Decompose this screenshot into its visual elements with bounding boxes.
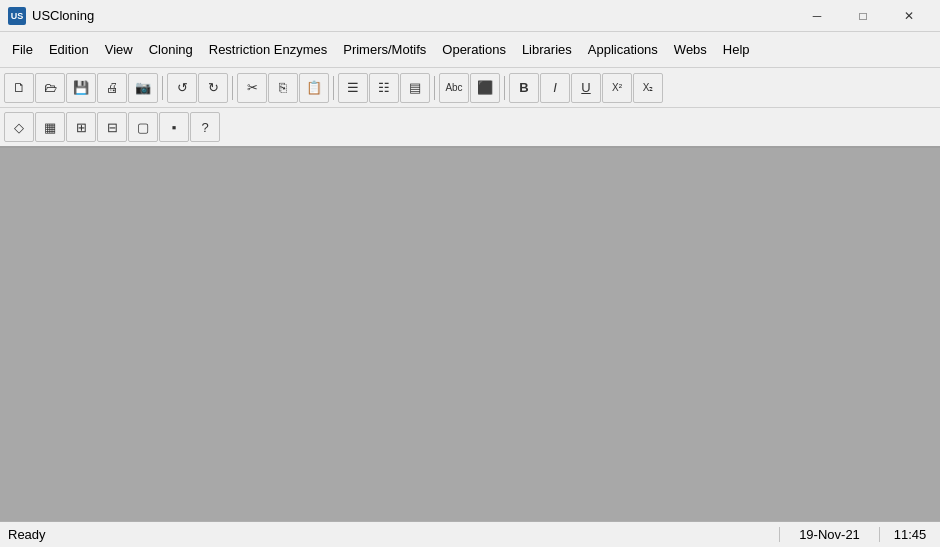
redo-button[interactable]: ↻ [198, 73, 228, 103]
superscript-button[interactable]: X² [602, 73, 632, 103]
cut-button[interactable]: ✂ [237, 73, 267, 103]
menu-item-restriction-enzymes[interactable]: Restriction Enzymes [201, 38, 335, 61]
screenshot-button[interactable]: 📷 [128, 73, 158, 103]
copy-button[interactable]: ⎘ [268, 73, 298, 103]
maximize-button[interactable]: □ [840, 0, 886, 32]
menu-item-file[interactable]: File [4, 38, 41, 61]
tool-page-button[interactable]: ▢ [128, 112, 158, 142]
shape-button[interactable]: ⬛ [470, 73, 500, 103]
text-abc-button[interactable]: Abc [439, 73, 469, 103]
menu-item-help[interactable]: Help [715, 38, 758, 61]
menu-item-applications[interactable]: Applications [580, 38, 666, 61]
menu-item-edition[interactable]: Edition [41, 38, 97, 61]
close-button[interactable]: ✕ [886, 0, 932, 32]
align-center-button[interactable]: ☷ [369, 73, 399, 103]
italic-button[interactable]: I [540, 73, 570, 103]
toolbar-separator [162, 76, 163, 100]
bold-button[interactable]: B [509, 73, 539, 103]
new-button[interactable]: 🗋 [4, 73, 34, 103]
menu-item-view[interactable]: View [97, 38, 141, 61]
undo-button[interactable]: ↺ [167, 73, 197, 103]
menu-item-operations[interactable]: Operations [434, 38, 514, 61]
tool-image-button[interactable]: ⊟ [97, 112, 127, 142]
window-controls: ─ □ ✕ [794, 0, 932, 32]
toolbar-separator [333, 76, 334, 100]
print-button[interactable]: 🖨 [97, 73, 127, 103]
status-time: 11:45 [880, 527, 940, 542]
status-text: Ready [0, 527, 780, 542]
tool-diamond-button[interactable]: ◇ [4, 112, 34, 142]
toolbar-separator [434, 76, 435, 100]
menu-item-libraries[interactable]: Libraries [514, 38, 580, 61]
status-date: 19-Nov-21 [780, 527, 880, 542]
save-button[interactable]: 💾 [66, 73, 96, 103]
main-content-area [0, 148, 940, 521]
menu-item-primers-motifs[interactable]: Primers/Motifs [335, 38, 434, 61]
toolbar-2: ◇▦⊞⊟▢▪? [0, 108, 940, 148]
toolbar-1: 🗋🗁💾🖨📷↺↻✂⎘📋☰☷▤Abc⬛BIUX²X₂ [0, 68, 940, 108]
toolbar-separator [232, 76, 233, 100]
align-left-button[interactable]: ☰ [338, 73, 368, 103]
menu-bar: FileEditionViewCloningRestriction Enzyme… [0, 32, 940, 68]
tool-grid-button[interactable]: ▦ [35, 112, 65, 142]
app-icon: US [8, 7, 26, 25]
align-right-button[interactable]: ▤ [400, 73, 430, 103]
paste-button[interactable]: 📋 [299, 73, 329, 103]
window-title: USCloning [32, 8, 794, 23]
minimize-button[interactable]: ─ [794, 0, 840, 32]
menu-item-cloning[interactable]: Cloning [141, 38, 201, 61]
underline-button[interactable]: U [571, 73, 601, 103]
title-bar: US USCloning ─ □ ✕ [0, 0, 940, 32]
subscript-button[interactable]: X₂ [633, 73, 663, 103]
menu-item-webs[interactable]: Webs [666, 38, 715, 61]
toolbar-separator [504, 76, 505, 100]
tool-add-row-button[interactable]: ⊞ [66, 112, 96, 142]
tool-block-button[interactable]: ▪ [159, 112, 189, 142]
open-button[interactable]: 🗁 [35, 73, 65, 103]
help-button[interactable]: ? [190, 112, 220, 142]
status-bar: Ready 19-Nov-21 11:45 [0, 521, 940, 547]
